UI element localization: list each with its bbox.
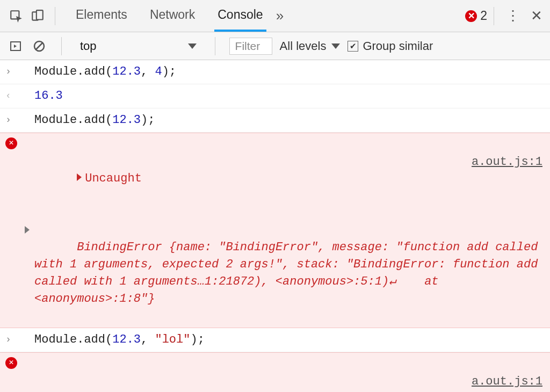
separator: [61, 37, 62, 55]
svg-line-5: [36, 43, 42, 49]
separator: [55, 7, 55, 25]
show-drawer-icon[interactable]: [8, 38, 24, 54]
group-similar-label: Group similar: [363, 39, 433, 53]
error-count: 2: [480, 9, 487, 23]
checkbox-icon: ✔: [348, 41, 358, 52]
kebab-menu-icon[interactable]: ⋮: [501, 8, 525, 24]
console-error-row: ✕ a.out.js:1 Uncaught TypeError: Cannot …: [0, 352, 550, 392]
input-chevron-icon: ›: [5, 332, 11, 346]
tabs: Elements Network Console: [73, 0, 266, 32]
console-output-value: 16.3: [34, 88, 542, 105]
console-input-row: › Module.add(12.3, "lol");: [0, 328, 550, 352]
chevron-down-icon: [188, 43, 197, 49]
group-similar-checkbox[interactable]: ✔ Group similar: [348, 39, 433, 53]
expand-triangle-icon[interactable]: [25, 226, 30, 234]
console-output-row: ‹ 16.3: [0, 84, 550, 108]
console-toolbar: top Filter All levels ✔ Group similar: [0, 32, 550, 60]
levels-label: All levels: [280, 39, 327, 53]
expand-triangle-icon[interactable]: [77, 173, 82, 181]
error-icon: ✕: [5, 357, 17, 369]
more-tabs-icon[interactable]: »: [266, 8, 293, 24]
inspect-icon[interactable]: [5, 5, 27, 27]
input-chevron-icon: ›: [5, 64, 11, 78]
console-input-row: › Module.add(12.3);: [0, 108, 550, 133]
console-log-area: › Module.add(12.3, 4); ‹ 16.3 › Module.a…: [0, 60, 550, 392]
devtools-tabbar: Elements Network Console » ✕ 2 ⋮ ✕: [0, 0, 550, 32]
console-input-text: Module.add(12.3, 4);: [34, 63, 542, 81]
console-error-body: a.out.js:1 Uncaught BindingError {name: …: [34, 136, 542, 325]
context-label: top: [80, 39, 97, 53]
context-selector[interactable]: top: [76, 39, 201, 53]
tab-network[interactable]: Network: [147, 0, 198, 32]
console-input-row: › Module.add(12.3, 4);: [0, 60, 550, 84]
close-icon[interactable]: ✕: [525, 8, 545, 24]
device-toggle-icon[interactable]: [27, 5, 48, 27]
error-object-dump: BindingError {name: "BindingError", mess…: [34, 241, 545, 306]
separator: [494, 7, 494, 25]
console-error-body: a.out.js:1 Uncaught TypeError: Cannot co…: [34, 356, 542, 392]
input-chevron-icon: ›: [5, 113, 11, 127]
error-count-badge[interactable]: ✕ 2: [465, 9, 487, 23]
clear-console-icon[interactable]: [31, 38, 47, 54]
error-icon: ✕: [5, 137, 17, 149]
console-input-text: Module.add(12.3);: [34, 112, 542, 129]
tab-console[interactable]: Console: [214, 0, 266, 32]
console-error-row: ✕ a.out.js:1 Uncaught BindingError {name…: [0, 133, 550, 329]
filter-input[interactable]: Filter: [229, 38, 272, 55]
error-title: Uncaught: [85, 172, 142, 185]
error-icon: ✕: [465, 10, 477, 22]
error-source-link[interactable]: a.out.js:1: [472, 154, 542, 171]
separator: [215, 37, 215, 55]
error-source-link[interactable]: a.out.js:1: [472, 373, 542, 390]
log-levels-selector[interactable]: All levels: [280, 39, 341, 53]
tab-elements[interactable]: Elements: [73, 0, 131, 32]
chevron-down-icon: [331, 43, 340, 49]
svg-rect-2: [37, 10, 43, 19]
output-chevron-icon: ‹: [5, 89, 11, 103]
console-input-text: Module.add(12.3, "lol");: [34, 331, 542, 349]
